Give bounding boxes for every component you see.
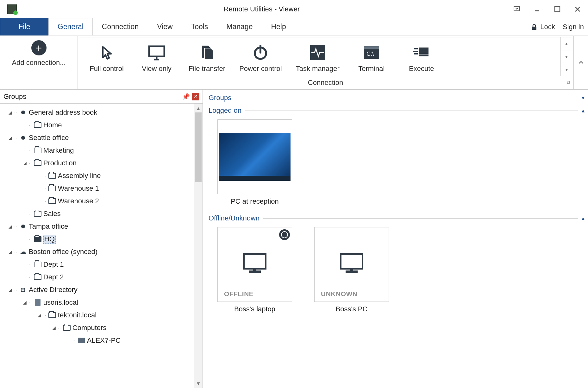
tile-caption: Boss's laptop bbox=[217, 305, 292, 313]
status-label: OFFLINE bbox=[224, 290, 253, 298]
tree-node[interactable]: ◢··Seattle office bbox=[3, 131, 203, 144]
close-button[interactable] bbox=[567, 0, 588, 18]
folder-icon bbox=[33, 274, 42, 280]
ribbon-scroll-up[interactable]: ▲ bbox=[561, 37, 572, 50]
power-control-button[interactable]: Power control bbox=[234, 41, 288, 73]
tree-node[interactable]: ◢··usoris.local bbox=[3, 296, 203, 309]
section-header-logged-on[interactable]: Logged on▴ bbox=[209, 104, 585, 117]
section-header-offline[interactable]: Offline/Unknown▴ bbox=[209, 212, 585, 225]
expand-toggle-icon[interactable]: ◢ bbox=[7, 135, 13, 140]
view-only-button[interactable]: View only bbox=[133, 41, 180, 73]
tray-button[interactable] bbox=[507, 0, 527, 18]
folder-icon bbox=[33, 160, 42, 166]
lock-button[interactable]: Lock bbox=[527, 18, 559, 35]
file-tab[interactable]: File bbox=[0, 18, 48, 35]
section-header-groups[interactable]: Groups▾ bbox=[209, 92, 585, 104]
expand-toggle-icon[interactable]: ◢ bbox=[7, 224, 13, 229]
expand-toggle-icon[interactable]: ◢ bbox=[36, 313, 42, 318]
menu-tabs: File GeneralConnectionViewToolsManageHel… bbox=[0, 18, 588, 36]
ribbon-popout-icon[interactable]: ⧉ bbox=[567, 80, 570, 86]
window-title: Remote Utilities - Viewer bbox=[17, 5, 507, 13]
tree-node[interactable]: ◢··tektonit.local bbox=[3, 309, 203, 321]
expand-toggle-icon[interactable]: ◢ bbox=[7, 110, 13, 115]
tree-node[interactable]: ◢··General address book bbox=[3, 106, 203, 119]
monitor-icon bbox=[243, 253, 266, 270]
titlebar: Remote Utilities - Viewer bbox=[0, 0, 588, 18]
folder-icon bbox=[48, 173, 57, 179]
signin-button[interactable]: Sign in bbox=[559, 18, 588, 35]
cursor-icon bbox=[98, 41, 116, 65]
add-connection-button[interactable]: + Add connection... bbox=[0, 36, 78, 89]
ribbon-scroll-more[interactable]: ▾ bbox=[561, 63, 572, 76]
sidebar-header: Groups 📌 ✕ bbox=[0, 90, 203, 104]
tree-node[interactable]: ··HQ bbox=[3, 233, 203, 245]
chevron-up-icon: ▴ bbox=[582, 107, 585, 114]
tab-view[interactable]: View bbox=[148, 18, 182, 35]
full-control-button[interactable]: Full control bbox=[83, 41, 130, 73]
folder-icon bbox=[48, 312, 57, 318]
chevron-up-icon: ▴ bbox=[582, 215, 585, 222]
plus-icon: + bbox=[31, 40, 47, 55]
tree-node-label: Dept 1 bbox=[43, 260, 64, 268]
tree-node[interactable]: ··Assembly line bbox=[3, 169, 203, 182]
tree-node[interactable]: ··Sales bbox=[3, 207, 203, 220]
file-transfer-button[interactable]: File transfer bbox=[183, 41, 231, 73]
chevron-down-icon: ▾ bbox=[582, 94, 585, 101]
tree-node[interactable]: ··ALEX7-PC bbox=[3, 334, 203, 347]
svg-rect-2 bbox=[555, 7, 560, 12]
ribbon-scroll-down[interactable]: ▼ bbox=[561, 50, 572, 63]
connection-tile[interactable]: UNKNOWNBoss's PC bbox=[314, 227, 389, 313]
pin-icon[interactable]: 📌 bbox=[180, 93, 192, 100]
expand-toggle-icon[interactable]: ◢ bbox=[7, 287, 13, 292]
tree-node-label: Computers bbox=[72, 324, 107, 332]
tree-node[interactable]: ··Warehouse 2 bbox=[3, 195, 203, 207]
ribbon-collapse-button[interactable] bbox=[574, 36, 588, 89]
screenshot-thumbnail bbox=[219, 133, 291, 181]
connection-tile[interactable]: PC at reception bbox=[217, 119, 292, 206]
tree-scrollbar[interactable]: ▴ ▾ bbox=[194, 104, 203, 388]
svg-rect-16 bbox=[419, 54, 428, 56]
files-icon bbox=[198, 41, 216, 65]
tree-node[interactable]: ··Warehouse 1 bbox=[3, 182, 203, 195]
tree-node[interactable]: ··Dept 2 bbox=[3, 271, 203, 283]
tree-node[interactable]: ··Marketing bbox=[3, 144, 203, 157]
pc-icon bbox=[77, 338, 86, 343]
connection-tile[interactable]: OFFLINEBoss's laptop bbox=[217, 227, 292, 313]
tree-node[interactable]: ◢··⊞Active Directory bbox=[3, 283, 203, 296]
tree-node-label: Tampa office bbox=[29, 222, 68, 230]
tab-general[interactable]: General bbox=[48, 18, 93, 35]
terminal-button[interactable]: C:\Terminal bbox=[348, 41, 395, 73]
tree-node[interactable]: ◢··Production bbox=[3, 157, 203, 169]
app-icon bbox=[7, 4, 17, 14]
bullet-icon bbox=[19, 136, 28, 140]
tree-node[interactable]: ◢··☁Boston office (synced) bbox=[3, 245, 203, 258]
tree-node-label: HQ bbox=[44, 235, 55, 243]
folder-icon bbox=[48, 198, 57, 204]
svg-rect-6 bbox=[149, 46, 164, 56]
tab-help[interactable]: Help bbox=[262, 18, 295, 35]
folder-icon bbox=[62, 325, 71, 331]
expand-toggle-icon[interactable]: ◢ bbox=[51, 325, 57, 330]
tab-manage[interactable]: Manage bbox=[217, 18, 262, 35]
ribbon: + Add connection... Full controlView onl… bbox=[0, 36, 588, 90]
power-icon bbox=[252, 41, 269, 65]
tree-node-label: Active Directory bbox=[29, 286, 78, 294]
tab-tools[interactable]: Tools bbox=[182, 18, 217, 35]
task-manager-button[interactable]: Task manager bbox=[290, 41, 345, 73]
tree-node-label: Warehouse 2 bbox=[58, 197, 99, 205]
expand-toggle-icon[interactable]: ◢ bbox=[7, 249, 13, 254]
expand-toggle-icon[interactable]: ◢ bbox=[22, 161, 28, 166]
tree-node-label: Production bbox=[43, 159, 77, 167]
minimize-button[interactable] bbox=[527, 0, 547, 18]
tab-connection[interactable]: Connection bbox=[93, 18, 148, 35]
tree-node[interactable]: ◢··Computers bbox=[3, 321, 203, 334]
tree-node-label: usoris.local bbox=[43, 298, 78, 306]
tile-caption: Boss's PC bbox=[314, 305, 389, 313]
expand-toggle-icon[interactable]: ◢ bbox=[22, 300, 28, 305]
execute-button[interactable]: Execute bbox=[398, 41, 445, 73]
tree-node[interactable]: ··Home bbox=[3, 119, 203, 131]
tree-node[interactable]: ◢··Tampa office bbox=[3, 220, 203, 233]
tree-node[interactable]: ··Dept 1 bbox=[3, 258, 203, 271]
sidebar-close-button[interactable]: ✕ bbox=[192, 93, 199, 100]
maximize-button[interactable] bbox=[547, 0, 567, 18]
